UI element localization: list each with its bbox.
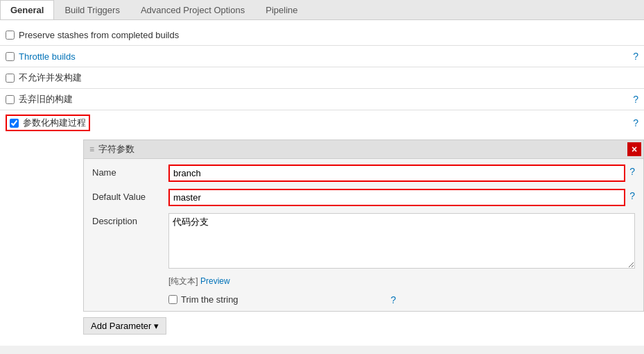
- tab-bar: General Build Triggers Advanced Project …: [0, 0, 644, 20]
- param-description-textarea[interactable]: 代码分支: [168, 213, 635, 269]
- tab-pipeline[interactable]: Pipeline: [255, 0, 308, 19]
- param-default-help-icon[interactable]: ?: [629, 189, 635, 201]
- trim-row: Trim the string ?: [168, 293, 635, 305]
- no-concurrent-checkbox[interactable]: [6, 74, 15, 83]
- throttle-builds-link[interactable]: Throttle builds: [19, 51, 76, 62]
- preview-link[interactable]: Preview: [200, 276, 230, 286]
- param-description-label: Description: [92, 213, 168, 226]
- discard-old-help-icon[interactable]: ?: [633, 94, 638, 105]
- throttle-builds-checkbox[interactable]: [6, 52, 15, 61]
- parameterize-help-icon[interactable]: ?: [633, 117, 638, 128]
- dropdown-icon: ▾: [154, 321, 159, 331]
- drag-handle-icon: ≡: [89, 144, 94, 154]
- option-parameterize: 参数化构建过程 ?: [0, 112, 644, 134]
- discard-old-label: 丢弃旧的构建: [19, 93, 73, 106]
- param-body: Name ? Default Value ? Description 代码分支: [84, 159, 643, 311]
- param-name-input[interactable]: [168, 165, 625, 182]
- add-param-row: Add Parameter ▾: [0, 312, 644, 340]
- throttle-builds-help-icon[interactable]: ?: [633, 51, 638, 62]
- param-default-field: Default Value ?: [92, 189, 635, 206]
- param-close-button[interactable]: ×: [627, 142, 641, 156]
- add-param-label: Add Parameter: [91, 321, 151, 331]
- add-param-button[interactable]: Add Parameter ▾: [83, 317, 166, 335]
- option-discard-old: 丢弃旧的构建 ?: [0, 90, 644, 108]
- parameterize-label: 参数化构建过程: [23, 117, 86, 129]
- text-format-row: [纯文本] Preview: [168, 276, 635, 287]
- parameterize-checkbox[interactable]: [10, 119, 19, 128]
- option-throttle-builds: Throttle builds ?: [0, 47, 644, 65]
- param-default-label: Default Value: [92, 189, 168, 202]
- trim-help-icon[interactable]: ?: [391, 293, 397, 305]
- param-title: 字符参数: [98, 143, 134, 155]
- discard-old-checkbox[interactable]: [6, 95, 15, 104]
- tab-general[interactable]: General: [0, 0, 54, 19]
- tab-advanced-project-options[interactable]: Advanced Project Options: [130, 0, 255, 19]
- main-content: Preserve stashes from completed builds T…: [0, 20, 644, 346]
- param-section: ≡ 字符参数 × Name ? Default Value ?: [83, 140, 644, 312]
- param-description-field: Description 代码分支: [92, 213, 635, 269]
- trim-checkbox[interactable]: [168, 295, 177, 304]
- param-name-help-icon[interactable]: ?: [629, 165, 635, 177]
- param-header: ≡ 字符参数: [84, 140, 643, 159]
- option-preserve-stashes: Preserve stashes from completed builds: [0, 26, 644, 44]
- param-default-input[interactable]: [168, 189, 625, 206]
- preserve-stashes-label: Preserve stashes from completed builds: [19, 30, 179, 40]
- preserve-stashes-checkbox[interactable]: [6, 31, 15, 40]
- no-concurrent-label: 不允许并发构建: [19, 71, 82, 84]
- param-name-field: Name ?: [92, 165, 635, 182]
- trim-label-text: Trim the string: [181, 294, 238, 305]
- text-format-label: [纯文本]: [168, 276, 198, 286]
- option-no-concurrent: 不允许并发构建: [0, 69, 644, 87]
- param-name-label: Name: [92, 165, 168, 178]
- tab-build-triggers[interactable]: Build Triggers: [54, 0, 130, 19]
